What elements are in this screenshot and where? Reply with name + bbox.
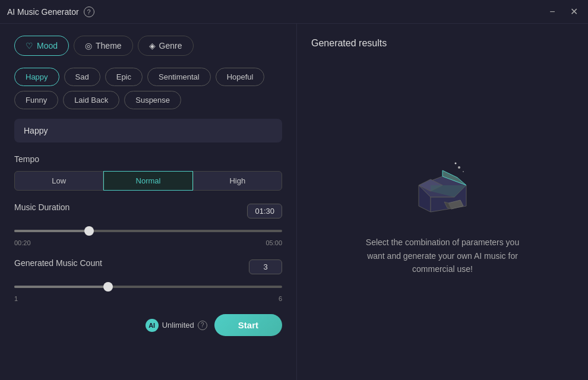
- tab-theme[interactable]: ◎ Theme: [74, 36, 133, 56]
- unlimited-icon-text: AI: [148, 322, 155, 329]
- music-count-value-box: 3: [249, 259, 282, 274]
- mood-grid: Happy Sad Epic Sentimental Hopeful Funny…: [14, 68, 282, 109]
- results-title: Generated results: [311, 38, 574, 49]
- selected-mood-display: Happy: [14, 119, 282, 142]
- music-duration-value-box: 01:30: [247, 204, 282, 218]
- mood-suspense[interactable]: Suspense: [124, 91, 181, 109]
- app-title: AI Music Generator: [7, 7, 79, 17]
- duration-min-label: 00:20: [14, 239, 31, 246]
- music-count-label: Generated Music Count: [14, 258, 102, 268]
- mood-hopeful[interactable]: Hopeful: [216, 68, 265, 86]
- music-duration-label: Music Duration: [14, 202, 69, 212]
- music-duration-section: Music Duration 01:30 00:20 05:00: [14, 202, 282, 246]
- box-illustration: [407, 153, 478, 224]
- theme-tab-icon: ◎: [85, 41, 92, 50]
- unlimited-badge: AI Unlimited ?: [146, 319, 207, 332]
- mood-sad[interactable]: Sad: [64, 68, 100, 86]
- tempo-section: Tempo Low Normal High: [14, 154, 282, 191]
- mood-laidback[interactable]: Laid Back: [63, 91, 119, 109]
- unlimited-info-icon[interactable]: ?: [198, 321, 207, 330]
- svg-point-7: [455, 163, 457, 164]
- tempo-label: Tempo: [14, 154, 282, 164]
- tab-mood[interactable]: ♡ Mood: [14, 36, 69, 56]
- music-count-section: Generated Music Count 3 1 6: [14, 258, 282, 302]
- mood-happy[interactable]: Happy: [14, 68, 59, 86]
- right-panel: Generated results: [297, 24, 588, 380]
- unlimited-label: Unlimited: [162, 321, 194, 330]
- svg-point-8: [463, 171, 464, 172]
- start-button[interactable]: Start: [214, 314, 282, 336]
- minimize-button[interactable]: −: [545, 5, 559, 19]
- svg-point-6: [458, 166, 460, 169]
- results-illustration-area: Select the combination of parameters you…: [311, 63, 574, 366]
- selected-mood-text: Happy: [24, 126, 48, 135]
- tab-genre-label: Genre: [159, 41, 182, 50]
- genre-tab-icon: ◈: [149, 41, 156, 50]
- unlimited-ai-icon: AI: [146, 319, 159, 332]
- tempo-high[interactable]: High: [193, 171, 282, 191]
- bottom-bar: AI Unlimited ? Start: [14, 314, 282, 336]
- mood-epic[interactable]: Epic: [105, 68, 143, 86]
- count-min-label: 1: [14, 295, 18, 302]
- title-bar: AI Music Generator ? − ✕: [0, 0, 588, 24]
- mood-funny[interactable]: Funny: [14, 91, 58, 109]
- results-description: Select the combination of parameters you…: [359, 236, 526, 276]
- info-icon[interactable]: ?: [84, 7, 94, 17]
- mood-tab-icon: ♡: [26, 41, 33, 50]
- tab-mood-label: Mood: [37, 41, 58, 50]
- tab-theme-label: Theme: [96, 41, 122, 50]
- left-panel: ♡ Mood ◎ Theme ◈ Genre Happy Sad Epic Se…: [0, 24, 297, 380]
- tempo-low[interactable]: Low: [14, 171, 103, 191]
- close-button[interactable]: ✕: [567, 5, 581, 19]
- duration-max-label: 05:00: [265, 239, 282, 246]
- tab-genre[interactable]: ◈ Genre: [138, 36, 194, 56]
- count-max-label: 6: [279, 295, 282, 302]
- mood-sentimental[interactable]: Sentimental: [147, 68, 211, 86]
- tempo-normal[interactable]: Normal: [103, 171, 192, 191]
